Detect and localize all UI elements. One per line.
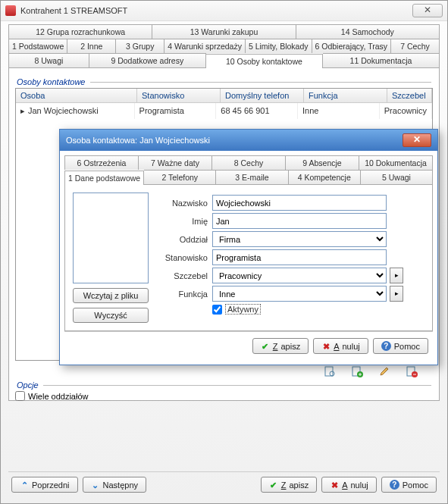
checkbox-wiele-oddzialow-input[interactable] bbox=[15, 391, 25, 401]
checkbox-aktywny-input[interactable] bbox=[212, 305, 222, 315]
close-button[interactable]: ✕ bbox=[412, 4, 443, 17]
select-funkcja[interactable]: Inne bbox=[212, 286, 387, 302]
dialog-cancel-button[interactable]: ✖Anuluj bbox=[313, 338, 368, 354]
label-imie: Imię bbox=[159, 217, 212, 226]
szczebel-lookup-button[interactable]: ▸ bbox=[390, 268, 403, 283]
funkcja-lookup-button[interactable]: ▸ bbox=[390, 286, 403, 302]
delete-icon[interactable] bbox=[406, 365, 418, 377]
select-szczebel[interactable]: Pracownicy bbox=[212, 268, 387, 283]
dialog-footer: ✔Zapisz ✖Anuluj ?Pomoc bbox=[64, 331, 433, 360]
window-title: Kontrahent 1 STREAMSOFT bbox=[20, 6, 127, 15]
dtab-uwagi[interactable]: 5 Uwagi bbox=[361, 170, 433, 184]
dtab-dokumentacja[interactable]: 10 Dokumentacja bbox=[359, 155, 433, 170]
photo-box bbox=[73, 193, 149, 283]
help-button[interactable]: ?Pomoc bbox=[381, 477, 437, 493]
prev-button[interactable]: ⌃Poprzedni bbox=[11, 477, 78, 493]
next-button[interactable]: ⌄Następny bbox=[83, 477, 146, 493]
edit-icon[interactable] bbox=[378, 365, 390, 377]
tab-uwagi[interactable]: 8 Uwagi bbox=[8, 53, 89, 67]
cancel-button[interactable]: ✖Anuluj bbox=[321, 477, 377, 493]
tab-cechy[interactable]: 7 Cechy bbox=[391, 39, 440, 53]
col-stanowisko[interactable]: Stanowisko bbox=[137, 89, 221, 103]
question-icon: ? bbox=[381, 341, 391, 351]
contact-dialog: Osoba kontaktowa: Jan Wojciechowski ✕ 6 … bbox=[59, 129, 438, 365]
col-szczebel[interactable]: Szczebel bbox=[387, 89, 432, 103]
titlebar: Kontrahent 1 STREAMSOFT ✕ bbox=[1, 1, 447, 21]
group-opcje: Opcje bbox=[15, 377, 433, 391]
tabs-row-2: 1 Podstawowe 2 Inne 3 Grupy 4 Warunki sp… bbox=[8, 39, 440, 53]
col-osoba[interactable]: Osoba bbox=[16, 89, 137, 103]
check-icon: ✔ bbox=[261, 342, 270, 351]
tab-grupy[interactable]: 3 Grupy bbox=[116, 39, 164, 53]
x-icon: ✖ bbox=[321, 342, 331, 351]
label-oddzial: Oddział bbox=[159, 235, 212, 244]
dialog-tabs-row-2: 1 Dane podstawowe 2 Telefony 3 E-maile 4… bbox=[64, 170, 433, 184]
tab-inne[interactable]: 2 Inne bbox=[67, 39, 116, 53]
view-icon[interactable] bbox=[324, 365, 336, 377]
tab-warunki-zakupu[interactable]: 13 Warunki zakupu bbox=[152, 24, 296, 39]
tab-odbierajacy-trasy[interactable]: 6 Odbierający, Trasy bbox=[312, 39, 392, 53]
check-icon: ✔ bbox=[269, 481, 278, 490]
tab-dokumentacja[interactable]: 11 Dokumentacja bbox=[323, 53, 440, 67]
label-nazwisko: Nazwisko bbox=[159, 199, 212, 208]
tab-podstawowe[interactable]: 1 Podstawowe bbox=[8, 39, 67, 53]
dtab-wazne-daty[interactable]: 7 Ważne daty bbox=[139, 155, 212, 170]
grid-header: Osoba Stanowisko Domyślny telefon Funkcj… bbox=[16, 89, 432, 103]
add-icon[interactable] bbox=[351, 365, 363, 377]
label-funkcja: Funkcja bbox=[159, 290, 212, 299]
tabs-row-1: 12 Grupa rozrachunkowa 13 Warunki zakupu… bbox=[8, 24, 440, 39]
tab-samochody[interactable]: 14 Samochody bbox=[296, 24, 440, 39]
clear-photo-button[interactable]: Wyczyść bbox=[73, 308, 149, 323]
dialog-titlebar: Osoba kontaktowa: Jan Wojciechowski ✕ bbox=[60, 130, 437, 151]
col-telefon[interactable]: Domyślny telefon bbox=[221, 89, 304, 103]
group-osoby-kontaktowe: Osoby kontaktowe bbox=[15, 74, 433, 88]
dtab-emaile[interactable]: 3 E-maile bbox=[216, 170, 288, 184]
dialog-help-button[interactable]: ?Pomoc bbox=[373, 338, 428, 354]
tab-limity-blokady[interactable]: 5 Limity, Blokady bbox=[246, 39, 312, 53]
tabs-row-3: 8 Uwagi 9 Dodatkowe adresy 10 Osoby kont… bbox=[8, 53, 440, 67]
save-button[interactable]: ✔ZZapiszapisz bbox=[261, 477, 317, 493]
chevron-down-icon: ⌄ bbox=[91, 481, 100, 490]
tab-dodatkowe-adresy[interactable]: 9 Dodatkowe adresy bbox=[89, 53, 206, 67]
label-stanowisko: Stanowisko bbox=[159, 253, 212, 262]
checkbox-wiele-oddzialow[interactable]: Wiele oddziałów bbox=[15, 391, 433, 401]
dialog-tabs-row-1: 6 Ostrzeżenia 7 Ważne daty 8 Cechy 9 Abs… bbox=[64, 155, 433, 170]
tab-warunki-sprzedazy[interactable]: 4 Warunki sprzedaży bbox=[164, 39, 246, 53]
dtab-kompetencje[interactable]: 4 Kompetencje bbox=[289, 170, 361, 184]
dtab-telefony[interactable]: 2 Telefony bbox=[144, 170, 216, 184]
tab-osoby-kontaktowe[interactable]: 10 Osoby kontaktowe bbox=[206, 54, 323, 68]
checkbox-aktywny[interactable]: Aktywny bbox=[212, 304, 265, 315]
load-photo-button[interactable]: Wczytaj z pliku bbox=[73, 288, 149, 303]
select-oddzial[interactable]: Firma bbox=[212, 231, 387, 247]
dialog-title: Osoba kontaktowa: Jan Wojciechowski bbox=[66, 136, 210, 145]
dialog-save-button[interactable]: ✔Zapisz bbox=[252, 338, 309, 354]
col-funkcja[interactable]: Funkcja bbox=[304, 89, 387, 103]
dtab-absencje[interactable]: 9 Absencje bbox=[286, 155, 359, 170]
dtab-dane-podstawowe[interactable]: 1 Dane podstawowe bbox=[64, 171, 144, 185]
x-icon: ✖ bbox=[330, 481, 339, 490]
input-stanowisko[interactable] bbox=[212, 249, 387, 265]
main-footer: ⌃Poprzedni ⌄Następny ✔ZZapiszapisz ✖Anul… bbox=[8, 471, 440, 496]
label-szczebel: Szczebel bbox=[159, 271, 212, 280]
table-row[interactable]: ▸Jan Wojciechowski Programista 68 45 66 … bbox=[16, 103, 432, 119]
dialog-close-button[interactable]: ✕ bbox=[403, 133, 431, 147]
row-marker-icon: ▸ bbox=[20, 106, 28, 116]
app-icon bbox=[5, 5, 16, 16]
dtab-cechy[interactable]: 8 Cechy bbox=[212, 155, 286, 170]
dtab-ostrzezenia[interactable]: 6 Ostrzeżenia bbox=[64, 155, 139, 170]
input-nazwisko[interactable] bbox=[212, 195, 387, 211]
input-imie[interactable] bbox=[212, 213, 387, 229]
question-icon: ? bbox=[390, 480, 399, 490]
chevron-up-icon: ⌃ bbox=[20, 481, 29, 490]
tab-grupa-rozrachunkowa[interactable]: 12 Grupa rozrachunkowa bbox=[8, 24, 152, 39]
